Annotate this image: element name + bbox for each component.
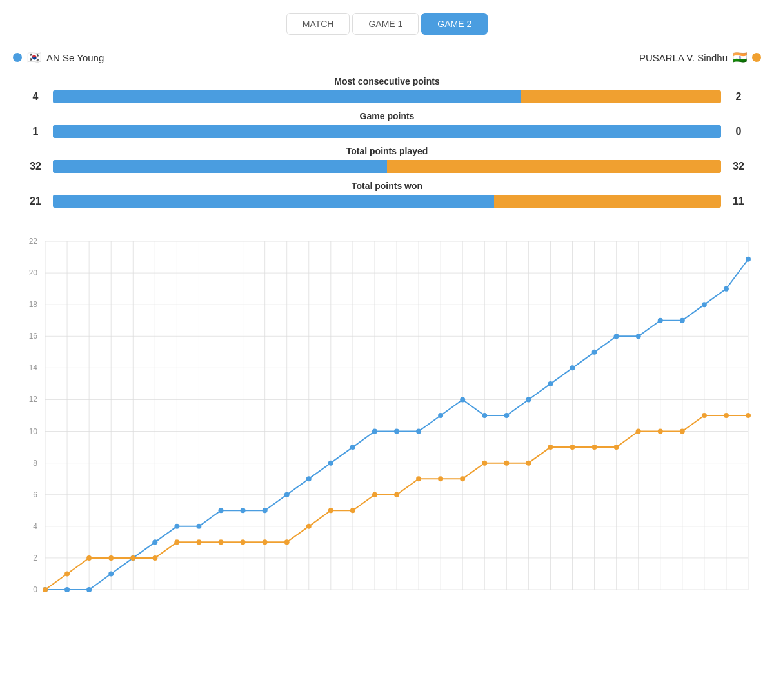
blue-dot <box>394 429 399 434</box>
stat-total-played-right-value: 32 <box>729 161 748 172</box>
svg-text:10: 10 <box>29 427 38 436</box>
orange-dot <box>372 492 377 497</box>
svg-text:12: 12 <box>29 395 38 404</box>
svg-text:20: 20 <box>29 268 38 277</box>
orange-dot <box>746 413 751 418</box>
orange-dot <box>263 539 268 545</box>
stat-total-won: Total points won 21 11 <box>26 181 748 208</box>
player-left: 🇰🇷 AN Se Young <box>13 50 104 65</box>
blue-dot <box>152 539 157 545</box>
blue-dot <box>174 524 179 529</box>
stat-total-played-label: Total points played <box>26 146 748 156</box>
blue-dot <box>284 492 290 497</box>
stat-consecutive-right-value: 2 <box>729 91 748 103</box>
stat-total-played: Total points played 32 32 <box>26 146 748 173</box>
chart-container: 0 2 4 6 8 10 12 14 16 18 20 22 <box>13 235 761 609</box>
blue-dot <box>196 524 201 529</box>
orange-dot <box>394 492 399 497</box>
stat-total-won-label: Total points won <box>26 181 748 191</box>
orange-dot <box>174 539 179 545</box>
stat-consecutive-bar <box>53 90 721 103</box>
orange-dot <box>592 445 597 450</box>
stat-gamepoints-bar-blue <box>53 125 721 138</box>
stat-gamepoints-left-value: 1 <box>26 126 45 137</box>
blue-dot <box>592 350 597 355</box>
orange-dot <box>724 413 729 418</box>
blue-dot <box>680 318 685 323</box>
stat-total-won-bar-orange <box>494 195 721 208</box>
blue-dot <box>64 587 70 592</box>
blue-dot <box>570 365 575 370</box>
orange-dot <box>284 539 290 545</box>
blue-dot <box>219 508 224 513</box>
stat-total-won-right-value: 11 <box>729 195 748 207</box>
stat-consecutive-left-value: 4 <box>26 91 45 103</box>
svg-text:16: 16 <box>29 332 38 341</box>
stat-gamepoints-bar-row: 1 0 <box>26 125 748 138</box>
stat-total-won-bar <box>53 195 721 208</box>
blue-dot <box>263 508 268 513</box>
blue-dot <box>328 461 333 466</box>
orange-dot <box>306 524 312 529</box>
stat-total-won-bar-row: 21 11 <box>26 195 748 208</box>
stat-consecutive: Most consecutive points 4 2 <box>26 76 748 103</box>
blue-dot <box>526 397 531 402</box>
blue-dot <box>658 318 663 323</box>
orange-dot <box>64 571 70 576</box>
stat-gamepoints-bar <box>53 125 721 138</box>
blue-dot <box>724 286 729 292</box>
svg-text:6: 6 <box>33 490 37 499</box>
blue-dot <box>460 397 465 402</box>
stat-consecutive-label: Most consecutive points <box>26 76 748 86</box>
stat-consecutive-bar-orange <box>521 90 721 103</box>
player-right: PUSARLA V. Sindhu 🇮🇳 <box>639 50 761 65</box>
orange-dot <box>548 445 553 450</box>
orange-dot <box>482 461 487 466</box>
stat-gamepoints: Game points 1 0 <box>26 111 748 138</box>
players-row: 🇰🇷 AN Se Young PUSARLA V. Sindhu 🇮🇳 <box>0 45 774 70</box>
orange-dot <box>570 445 575 450</box>
svg-text:2: 2 <box>33 554 37 563</box>
svg-text:8: 8 <box>33 459 37 468</box>
svg-text:22: 22 <box>29 237 38 246</box>
orange-dot <box>219 539 224 545</box>
orange-dot <box>108 555 114 561</box>
stat-total-played-bar-blue <box>53 160 387 173</box>
orange-dot <box>43 587 48 592</box>
svg-text:18: 18 <box>29 300 38 309</box>
orange-dot <box>504 461 509 466</box>
orange-dot <box>196 539 201 545</box>
player-left-flag: 🇰🇷 <box>27 50 41 65</box>
chart-section: 0 2 4 6 8 10 12 14 16 18 20 22 <box>0 215 774 622</box>
player-right-flag: 🇮🇳 <box>733 50 747 65</box>
orange-dot <box>86 555 92 561</box>
tab-match[interactable]: MATCH <box>286 13 350 35</box>
stat-consecutive-bar-row: 4 2 <box>26 90 748 103</box>
blue-dot <box>372 429 377 434</box>
blue-dot <box>702 302 707 307</box>
blue-dot <box>614 334 619 339</box>
tab-game2[interactable]: GAME 2 <box>421 13 488 35</box>
orange-dot <box>636 429 641 434</box>
chart-svg: 0 2 4 6 8 10 12 14 16 18 20 22 <box>13 235 761 609</box>
stats-section: Most consecutive points 4 2 Game points … <box>0 76 774 208</box>
blue-dot <box>350 445 355 450</box>
orange-dot <box>438 476 443 481</box>
orange-dot <box>416 476 421 481</box>
blue-dot <box>108 571 114 576</box>
orange-dot <box>658 429 663 434</box>
orange-dot <box>614 445 619 450</box>
orange-dot <box>130 555 135 561</box>
blue-dot <box>548 381 553 386</box>
stat-total-played-bar-row: 32 32 <box>26 160 748 173</box>
svg-text:0: 0 <box>33 585 37 594</box>
orange-dot <box>680 429 685 434</box>
blue-dot <box>306 476 312 481</box>
tab-game1[interactable]: GAME 1 <box>352 13 419 35</box>
blue-dot <box>438 413 443 418</box>
stat-consecutive-bar-blue <box>53 90 521 103</box>
svg-text:4: 4 <box>33 522 37 531</box>
blue-dot <box>241 508 246 513</box>
svg-text:14: 14 <box>29 363 38 372</box>
stat-total-played-bar <box>53 160 721 173</box>
